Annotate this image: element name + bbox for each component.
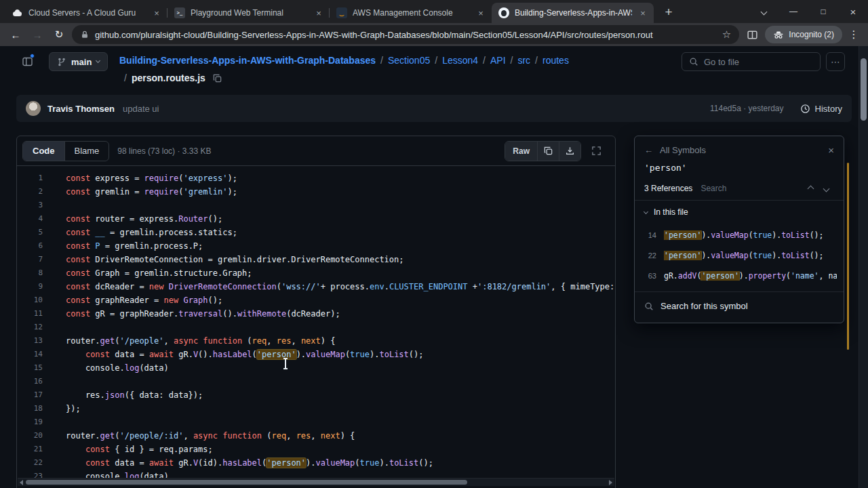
avatar[interactable] (26, 101, 41, 116)
browser-tab[interactable]: Building-Serverless-Apps-in-AWS× (492, 3, 654, 23)
references-search-label[interactable]: Search (701, 184, 803, 193)
copy-file-button[interactable] (537, 142, 559, 161)
browser-tab[interactable]: Playground Web Terminal× (167, 3, 330, 23)
line-number[interactable]: 7 (17, 253, 43, 266)
code-line: 9const dcReader = new DriverRemoteConnec… (17, 280, 615, 293)
line-number[interactable]: 14 (17, 348, 43, 361)
lock-icon[interactable] (80, 30, 90, 39)
line-number[interactable]: 4 (17, 212, 43, 226)
breadcrumb-item[interactable]: routes (542, 55, 569, 66)
tab-close-icon[interactable]: × (637, 7, 648, 18)
code-line: 5const __ = gremlin.process.statics; (17, 226, 615, 239)
line-number[interactable]: 17 (17, 388, 43, 402)
back-arrow-icon[interactable]: ← (644, 145, 653, 155)
tab-title: Playground Web Terminal (191, 8, 308, 18)
symbol-reference-row[interactable]: 63gR.addV('person').property('name', nam… (635, 266, 844, 286)
tab-close-icon[interactable]: × (151, 7, 162, 18)
commit-author[interactable]: Travis Thomsen (47, 104, 115, 114)
line-number[interactable]: 9 (17, 280, 43, 293)
code-line: 2const gremlin = require('gremlin'); (17, 185, 615, 199)
browser-tab[interactable]: AWS Management Console× (330, 3, 492, 23)
code-lines: 1const express = require('express');2con… (17, 166, 615, 483)
tab-blame[interactable]: Blame (64, 142, 109, 161)
line-number[interactable]: 21 (17, 443, 43, 456)
tab-title: Building-Serverless-Apps-in-AWS (515, 8, 632, 18)
breadcrumb-item[interactable]: Section05 (388, 55, 430, 66)
tab-close-icon[interactable]: × (475, 7, 486, 18)
forward-button[interactable]: → (28, 26, 46, 43)
line-content (43, 199, 615, 212)
vertical-scrollbar[interactable] (859, 46, 868, 488)
file-actions: Raw (505, 141, 606, 161)
line-number[interactable]: 12 (17, 321, 43, 334)
line-number[interactable]: 20 (17, 429, 43, 443)
in-this-file-label: In this file (654, 207, 688, 217)
line-number[interactable]: 22 (17, 456, 43, 470)
minimize-button[interactable]: — (778, 0, 808, 23)
line-number[interactable]: 2 (17, 185, 43, 199)
line-content (43, 321, 615, 334)
tab-code[interactable]: Code (23, 142, 64, 161)
more-options-button[interactable]: ⋯ (826, 52, 845, 71)
code-line: 17 res.json({ data: data}); (17, 388, 615, 402)
breadcrumb-item[interactable]: API (490, 55, 506, 66)
scroll-left-arrow[interactable] (20, 480, 23, 485)
maximize-button[interactable]: □ (808, 0, 838, 23)
aws-favicon (336, 7, 347, 18)
history-button[interactable]: History (800, 104, 842, 114)
tab-close-icon[interactable]: × (313, 7, 324, 18)
line-number[interactable]: 10 (17, 293, 43, 307)
code-view: Code Blame 98 lines (73 loc) · 3.33 KB R… (16, 136, 616, 488)
raw-button[interactable]: Raw (505, 142, 537, 161)
expand-icon[interactable] (587, 142, 606, 161)
file-tree-toggle-button[interactable] (18, 53, 37, 70)
in-this-file-toggle[interactable]: In this file (635, 201, 844, 224)
code-line: 1const express = require('express'); (17, 171, 615, 185)
line-number[interactable]: 1 (17, 171, 43, 185)
vertical-scroll-thumb[interactable] (861, 58, 867, 121)
line-number[interactable]: 18 (17, 402, 43, 415)
git-branch-icon (57, 57, 66, 67)
split-screen-button[interactable] (743, 26, 761, 43)
horizontal-scrollbar[interactable] (18, 478, 614, 486)
breadcrumb-item[interactable]: Building-Serverless-Apps-in-AWS-with-Gra… (119, 55, 376, 66)
browser-menu-button[interactable]: ⋮ (846, 28, 861, 41)
breadcrumb-separator: / (535, 55, 538, 66)
line-number[interactable]: 8 (17, 266, 43, 280)
download-button[interactable] (559, 142, 580, 161)
goto-file-button[interactable]: Go to file (682, 52, 821, 71)
branch-selector-button[interactable]: main (49, 52, 108, 71)
close-window-button[interactable]: × (838, 0, 868, 23)
line-number[interactable]: 16 (17, 375, 43, 388)
close-panel-button[interactable]: × (828, 144, 834, 156)
breadcrumb-separator: / (483, 55, 486, 66)
line-number[interactable]: 5 (17, 226, 43, 239)
scroll-right-arrow[interactable] (609, 480, 612, 485)
breadcrumb-item[interactable]: src (517, 55, 530, 66)
copy-path-button[interactable] (212, 73, 222, 83)
commit-message[interactable]: update ui (123, 104, 703, 114)
line-number[interactable]: 13 (17, 334, 43, 348)
symbol-reference-row[interactable]: 22'person').valueMap(true).toList(); (635, 245, 844, 266)
line-number[interactable]: 15 (17, 361, 43, 375)
search-for-symbol-button[interactable]: Search for this symbol (635, 292, 844, 320)
breadcrumb-item[interactable]: Lesson4 (442, 55, 478, 66)
new-tab-button[interactable]: + (659, 3, 678, 22)
reference-line-number: 22 (642, 251, 656, 260)
browser-tab[interactable]: Cloud Servers - A Cloud Guru× (5, 3, 167, 23)
symbol-reference-row[interactable]: 14'person').valueMap(true).toList(); (635, 225, 844, 245)
search-for-symbol-label: Search for this symbol (660, 301, 748, 311)
back-button[interactable]: ← (7, 26, 24, 43)
line-number[interactable]: 11 (17, 307, 43, 321)
previous-reference-button[interactable] (808, 185, 814, 192)
address-bar[interactable]: github.com/pluralsight-cloud/Building-Se… (72, 25, 739, 44)
line-number[interactable]: 19 (17, 415, 43, 429)
scroll-thumb[interactable] (26, 480, 467, 485)
next-reference-button[interactable] (823, 185, 830, 192)
window-controls: — □ × (749, 0, 868, 23)
line-number[interactable]: 3 (17, 199, 43, 212)
refresh-button[interactable]: ↻ (50, 26, 68, 43)
tab-search-button[interactable] (749, 0, 778, 23)
line-number[interactable]: 6 (17, 239, 43, 253)
bookmark-star-icon[interactable]: ☆ (722, 28, 731, 41)
